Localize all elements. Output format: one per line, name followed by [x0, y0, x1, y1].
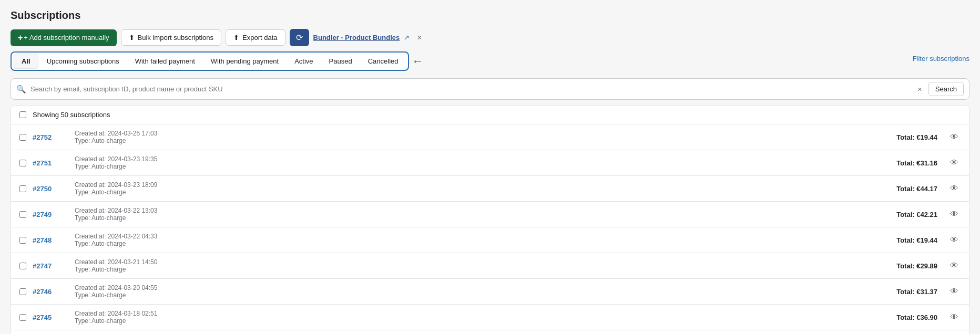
table-row: #2747 Created at: 2024-03-21 14:50 Type:…	[11, 253, 969, 279]
row-checkbox-0[interactable]	[19, 134, 26, 141]
search-clear-button[interactable]: ×	[915, 85, 924, 93]
external-link-icon: ↗	[404, 34, 410, 41]
view-subscription-button[interactable]: 👁	[948, 182, 961, 195]
eye-icon: 👁	[950, 158, 958, 167]
filter-annotation-label: Filter subscriptions	[913, 55, 969, 62]
subscription-details: Created at: 2024-03-18 02:51 Type: Auto-…	[64, 310, 885, 325]
tab-failed-payment[interactable]: With failed payment	[128, 54, 202, 68]
add-subscription-button[interactable]: + + Add subscription manually	[11, 29, 117, 46]
subscription-total: Total: €19.44	[885, 133, 948, 141]
subscription-created: Created at: 2024-03-23 18:09	[75, 181, 885, 189]
app-close-button[interactable]: ×	[414, 32, 425, 44]
subscription-total: Total: €31.37	[885, 288, 948, 296]
row-checkbox-6[interactable]	[19, 288, 26, 295]
row-checkbox-3[interactable]	[19, 211, 26, 218]
subscription-total: Total: €19.44	[885, 236, 948, 244]
view-subscription-button[interactable]: 👁	[948, 207, 961, 221]
page-wrapper: Subscriptions + + Add subscription manua…	[0, 0, 980, 334]
row-checkbox-5[interactable]	[19, 263, 26, 269]
upload-icon: ⬆	[129, 34, 135, 41]
table-body: #2752 Created at: 2024-03-25 17:03 Type:…	[11, 124, 969, 334]
tab-paused[interactable]: Paused	[322, 54, 360, 68]
subscription-details: Created at: 2024-03-22 04:33 Type: Auto-…	[64, 233, 885, 247]
eye-icon: 👁	[950, 261, 958, 270]
select-all-checkbox[interactable]	[19, 111, 26, 118]
showing-label: Showing 50 subscriptions	[33, 111, 110, 119]
search-submit-button[interactable]: Search	[928, 82, 964, 96]
tab-active[interactable]: Active	[287, 54, 320, 68]
table-row: #2752 Created at: 2024-03-25 17:03 Type:…	[11, 124, 969, 150]
table-row: #2745 Created at: 2024-03-18 02:51 Type:…	[11, 305, 969, 330]
subscription-id[interactable]: #2747	[33, 262, 64, 270]
view-subscription-button[interactable]: 👁	[948, 259, 961, 273]
eye-icon: 👁	[950, 312, 958, 321]
subscription-total: Total: €31.16	[885, 159, 948, 167]
subscription-created: Created at: 2024-03-22 13:03	[75, 207, 885, 214]
app-link[interactable]: Bundler - Product Bundles	[313, 34, 400, 41]
export-button[interactable]: ⬆ Export data	[226, 29, 285, 46]
subscription-details: Created at: 2024-03-25 17:03 Type: Auto-…	[64, 130, 885, 144]
subscription-id[interactable]: #2746	[33, 288, 64, 296]
subscription-type: Type: Auto-charge	[75, 137, 885, 144]
bundler-app-button[interactable]: ⟳	[290, 29, 309, 46]
table-row: #2749 Created at: 2024-03-22 13:03 Type:…	[11, 202, 969, 227]
filter-tabs: All Upcoming subscriptions With failed p…	[11, 51, 409, 71]
row-checkbox-7[interactable]	[19, 314, 26, 321]
filter-arrow-icon: ←	[412, 55, 424, 68]
subscription-details: Created at: 2024-03-21 14:50 Type: Auto-…	[64, 258, 885, 273]
eye-icon: 👁	[950, 287, 958, 296]
table-row: #2744 Created at: 2024-03-17 01:36 Type:…	[11, 330, 969, 334]
subscription-created: Created at: 2024-03-21 14:50	[75, 258, 885, 266]
table-row: #2748 Created at: 2024-03-22 04:33 Type:…	[11, 227, 969, 253]
subscription-created: Created at: 2024-03-25 17:03	[75, 130, 885, 137]
search-bar: 🔍 × Search	[11, 78, 969, 100]
view-subscription-button[interactable]: 👁	[948, 285, 961, 298]
view-subscription-button[interactable]: 👁	[948, 156, 961, 170]
view-subscription-button[interactable]: 👁	[948, 310, 961, 324]
table-row: #2751 Created at: 2024-03-23 19:35 Type:…	[11, 150, 969, 176]
tab-upcoming[interactable]: Upcoming subscriptions	[39, 54, 127, 68]
tab-all[interactable]: All	[14, 54, 38, 69]
eye-icon: 👁	[950, 235, 958, 244]
search-input[interactable]	[30, 85, 911, 93]
subscription-id[interactable]: #2752	[33, 133, 64, 141]
subscription-id[interactable]: #2751	[33, 159, 64, 167]
row-checkbox-1[interactable]	[19, 160, 26, 166]
eye-icon: 👁	[950, 132, 958, 141]
eye-icon: 👁	[950, 184, 958, 193]
row-checkbox-2[interactable]	[19, 185, 26, 192]
tab-cancelled[interactable]: Cancelled	[361, 54, 406, 68]
subscription-details: Created at: 2024-03-23 18:09 Type: Auto-…	[64, 181, 885, 196]
add-subscription-label: + Add subscription manually	[24, 34, 109, 41]
subscription-type: Type: Auto-charge	[75, 291, 885, 299]
subscription-details: Created at: 2024-03-23 19:35 Type: Auto-…	[64, 155, 885, 170]
subscription-type: Type: Auto-charge	[75, 266, 885, 273]
subscription-details: Created at: 2024-03-22 13:03 Type: Auto-…	[64, 207, 885, 222]
export-label: Export data	[242, 34, 278, 41]
view-subscription-button[interactable]: 👁	[948, 233, 961, 247]
export-icon: ⬆	[233, 34, 239, 41]
plus-icon: +	[18, 33, 23, 43]
subscription-id[interactable]: #2749	[33, 211, 64, 218]
subscription-total: Total: €44.17	[885, 185, 948, 193]
search-icon: 🔍	[16, 85, 26, 94]
subscription-id[interactable]: #2748	[33, 236, 64, 244]
clear-icon: ×	[917, 85, 922, 93]
subscription-created: Created at: 2024-03-23 19:35	[75, 155, 885, 163]
view-subscription-button[interactable]: 👁	[948, 130, 961, 144]
table-header: Showing 50 subscriptions	[11, 106, 969, 124]
tab-pending-payment[interactable]: With pending payment	[203, 54, 286, 68]
subscription-type: Type: Auto-charge	[75, 317, 885, 325]
bulk-import-button[interactable]: ⬆ Bulk import subscriptions	[121, 29, 222, 46]
table-row: #2750 Created at: 2024-03-23 18:09 Type:…	[11, 176, 969, 202]
subscription-created: Created at: 2024-03-18 02:51	[75, 310, 885, 317]
row-checkbox-4[interactable]	[19, 237, 26, 244]
subscription-created: Created at: 2024-03-20 04:55	[75, 284, 885, 291]
subscription-total: Total: €29.89	[885, 262, 948, 270]
subscription-type: Type: Auto-charge	[75, 189, 885, 196]
subscription-type: Type: Auto-charge	[75, 163, 885, 170]
search-button-label: Search	[935, 85, 957, 93]
subscription-type: Type: Auto-charge	[75, 214, 885, 222]
subscription-id[interactable]: #2750	[33, 185, 64, 193]
subscription-id[interactable]: #2745	[33, 314, 64, 321]
